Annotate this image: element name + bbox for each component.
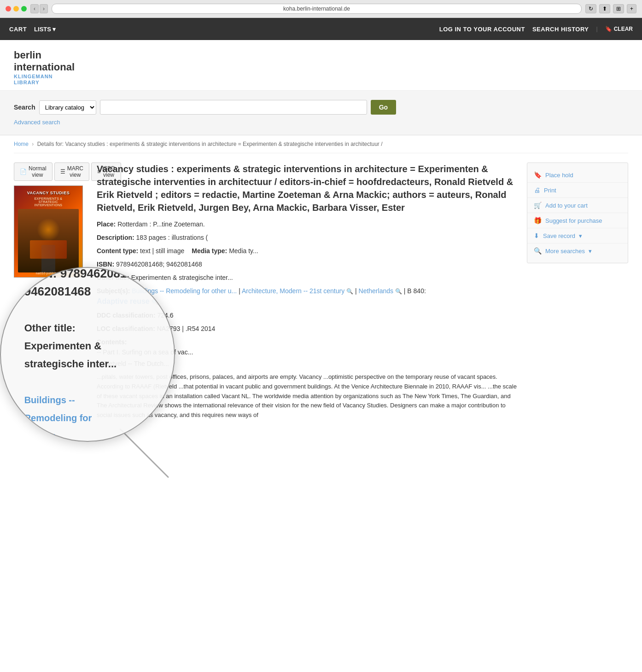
logo-line1: berlin bbox=[14, 49, 628, 61]
meta-isbn: ISBN: 9789462081468; 9462081468 bbox=[97, 260, 518, 269]
cart-link[interactable]: CART bbox=[9, 26, 27, 33]
search-bar: Search Library catalog Go bbox=[14, 100, 628, 115]
cart-icon: 🛒 bbox=[534, 202, 542, 209]
book-title: Vacancy studies : experiments & strategi… bbox=[97, 162, 518, 214]
meta-description: Description: 183 pages : illustrations ( bbox=[97, 233, 518, 243]
meta-content-type: Content type: text | still image Media t… bbox=[97, 246, 518, 256]
cover-title: VACANCY STUDIES bbox=[27, 191, 70, 196]
share-button[interactable]: ⬆ bbox=[599, 4, 610, 13]
print-icon: 🖨 bbox=[534, 186, 540, 194]
place-value: Rotterdam : P...tine Zoeteman. bbox=[117, 220, 205, 228]
browser-chrome: ‹ › koha.berlin-international.de ↻ ⬆ ⊞ + bbox=[0, 0, 642, 18]
search-section: Search Library catalog Go Advanced searc… bbox=[0, 91, 642, 135]
summary-text: ...pitals, water towers, post offices, p… bbox=[97, 372, 518, 420]
print-label: Print bbox=[544, 187, 556, 194]
book-left-panel: 📄 Normal view ☰ MARC view ≡ ISBD view VA… bbox=[14, 162, 88, 424]
refresh-button[interactable]: ↻ bbox=[585, 4, 596, 13]
cover-subtitle: EXPERIMENTS &STRATEGICINTERVENTIONS bbox=[35, 197, 63, 207]
site-header: berlin international KLINGEMANNLIBRARY bbox=[0, 40, 642, 91]
normal-view-tab[interactable]: 📄 Normal view bbox=[14, 162, 53, 181]
normal-view-label: Normal view bbox=[29, 165, 47, 178]
isbn-value: 9789462081468; 9462081468 bbox=[116, 261, 202, 268]
content-type-value: text | still image bbox=[140, 247, 184, 255]
search-input[interactable] bbox=[100, 100, 367, 115]
more-searches-action[interactable]: 🔍 More searches ▾ bbox=[527, 243, 628, 258]
cover-image-area bbox=[18, 209, 79, 272]
search-scope-select[interactable]: Library catalog bbox=[39, 100, 96, 115]
top-nav-right: LOG IN TO YOUR ACCOUNT SEARCH HISTORY | … bbox=[439, 26, 633, 33]
browser-nav: ‹ › bbox=[30, 4, 48, 13]
tabs-button[interactable]: ⊞ bbox=[613, 4, 624, 13]
forward-button[interactable]: › bbox=[40, 4, 48, 13]
top-navigation: CART LISTS ▾ LOG IN TO YOUR ACCOUNT SEAR… bbox=[0, 18, 642, 40]
print-action[interactable]: 🖨 Print bbox=[527, 183, 628, 198]
bookmark-icon: 🔖 bbox=[605, 26, 612, 32]
contents-label: Contents: bbox=[97, 338, 127, 346]
meta-loc: LOC classification: NA2793 | .R54 2014 bbox=[97, 324, 518, 334]
marc-view-tab[interactable]: ☰ MARC view bbox=[54, 162, 89, 181]
lists-dropdown[interactable]: LISTS ▾ bbox=[34, 26, 56, 33]
lists-chevron-icon: ▾ bbox=[53, 26, 56, 33]
add-to-cart-label: Add to your cart bbox=[545, 202, 588, 209]
save-record-action[interactable]: ⬇ Save record ▾ bbox=[527, 228, 628, 243]
ddc-label: DDC classification: bbox=[97, 312, 157, 319]
cover-publisher: nai010 publishers bbox=[14, 272, 82, 275]
meta-place: Place: Rotterdam : P...tine Zoeteman. bbox=[97, 220, 518, 229]
back-button[interactable]: ‹ bbox=[30, 4, 39, 13]
subject-sep-2: | bbox=[355, 287, 359, 295]
new-tab-button[interactable]: + bbox=[627, 4, 636, 13]
fullscreen-dot[interactable] bbox=[21, 6, 27, 12]
contents-item-1: -- Part I. Surfing on a sea of vac... bbox=[97, 347, 518, 357]
more-searches-arrow: ▾ bbox=[589, 248, 592, 255]
home-breadcrumb-link[interactable]: Home bbox=[14, 141, 29, 147]
gift-icon: 🎁 bbox=[534, 217, 542, 224]
place-hold-action[interactable]: 🔖 Place hold bbox=[527, 168, 628, 183]
search-go-button[interactable]: Go bbox=[371, 100, 396, 115]
content-type-label: Content type: bbox=[97, 247, 140, 255]
logo-line2: international bbox=[14, 61, 628, 73]
address-bar[interactable]: koha.berlin-international.de bbox=[52, 4, 582, 14]
search-history-link[interactable]: SEARCH HISTORY bbox=[532, 26, 589, 33]
clear-button[interactable]: 🔖 CLEAR bbox=[605, 26, 633, 32]
ddc-value: 724.6 bbox=[157, 312, 173, 319]
browser-actions: ↻ ⬆ ⊞ + bbox=[585, 4, 636, 13]
search-icon-2[interactable]: 🔍 bbox=[395, 288, 402, 295]
browser-dots bbox=[6, 6, 27, 12]
download-icon: ⬇ bbox=[534, 232, 539, 239]
search-icon-3[interactable]: 🔍 bbox=[152, 299, 158, 305]
cover-building bbox=[30, 240, 67, 259]
subject-link-3[interactable]: Netherlands bbox=[359, 287, 394, 295]
subject-link-1[interactable]: Buildings -- Remodeling for other u... bbox=[132, 287, 237, 295]
lists-label: LISTS bbox=[34, 26, 51, 33]
more-searches-label: More searches bbox=[545, 248, 585, 255]
subject-adaptive-reuse[interactable]: Adaptive reuse bbox=[97, 297, 150, 305]
breadcrumb-separator: › bbox=[32, 141, 34, 147]
subject-b840: B 840: bbox=[407, 287, 426, 295]
breadcrumb: Home › Details for: Vacancy studies : ex… bbox=[14, 135, 628, 153]
login-link[interactable]: LOG IN TO YOUR ACCOUNT bbox=[439, 26, 525, 33]
bookmark-hold-icon: 🔖 bbox=[534, 171, 542, 179]
magnifier-icon: 🔍 bbox=[534, 247, 542, 255]
search-icon-1[interactable]: 🔍 bbox=[346, 288, 353, 295]
loc-label: LOC classification: bbox=[97, 325, 157, 332]
contents-list: -- Part I. Surfing on a sea of vac... --… bbox=[97, 347, 518, 369]
close-dot[interactable] bbox=[6, 6, 11, 12]
minimize-dot[interactable] bbox=[13, 6, 19, 12]
description-value: 183 pages : illustrations ( bbox=[136, 234, 208, 241]
nav-separator: | bbox=[596, 26, 598, 32]
clear-label: CLEAR bbox=[614, 26, 633, 32]
suggest-purchase-action[interactable]: 🎁 Suggest for purchase bbox=[527, 213, 628, 228]
main-content: Home › Details for: Vacancy studies : ex… bbox=[0, 135, 642, 433]
meta-subjects: Subject(s): Buildings -- Remodeling for … bbox=[97, 286, 518, 307]
loc-value: NA2793 | .R54 2014 bbox=[157, 325, 216, 332]
advanced-search-link[interactable]: Advanced search bbox=[14, 119, 60, 126]
suggest-label: Suggest for purchase bbox=[545, 217, 602, 224]
isbn-label: ISBN: bbox=[97, 261, 116, 268]
book-cover: VACANCY STUDIES EXPERIMENTS &STRATEGICIN… bbox=[14, 185, 83, 278]
subject-link-2[interactable]: Architecture, Modern -- 21st century bbox=[242, 287, 344, 295]
media-type-label: Media type: bbox=[192, 247, 229, 255]
add-to-cart-action[interactable]: 🛒 Add to your cart bbox=[527, 198, 628, 213]
logo-subtitle: KLINGEMANNLIBRARY bbox=[14, 74, 628, 86]
view-tabs: 📄 Normal view ☰ MARC view ≡ ISBD view bbox=[14, 162, 88, 181]
meta-ddc: DDC classification: 724.6 bbox=[97, 311, 518, 320]
